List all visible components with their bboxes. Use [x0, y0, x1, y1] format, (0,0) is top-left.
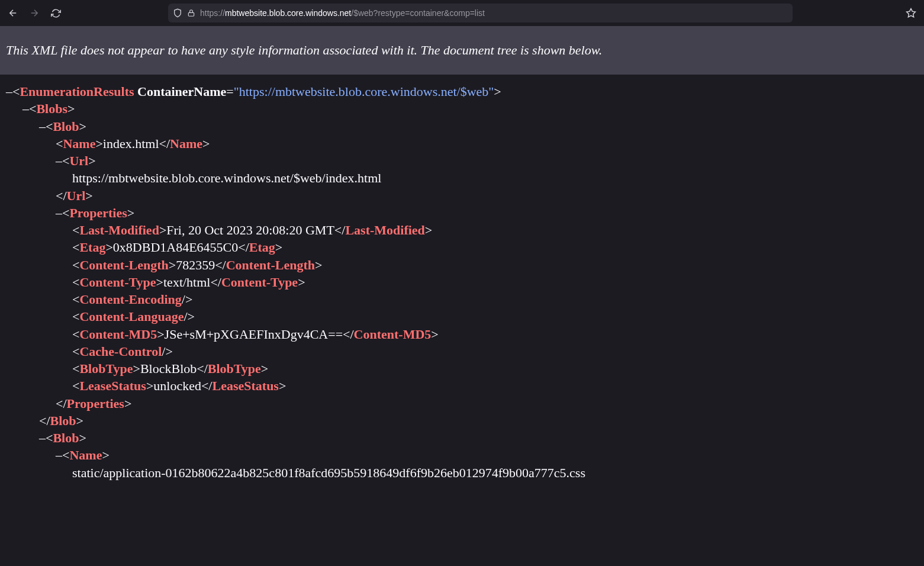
xml-node[interactable]: <Content-MD5>JSe+sM+pXGAEFInxDgv4CA==</C… — [6, 326, 918, 343]
xml-node[interactable]: –<Name> — [6, 446, 918, 464]
url-scheme: https:// — [200, 8, 225, 18]
browser-toolbar: https://mbtwebsite.blob.core.windows.net… — [0, 0, 924, 26]
xml-node[interactable]: <LeaseStatus>unlocked</LeaseStatus> — [6, 377, 918, 394]
xml-node[interactable]: –<Blob> — [6, 429, 918, 446]
url-text: https://mbtwebsite.blob.core.windows.net… — [200, 8, 485, 18]
xml-node[interactable]: –<Blobs> — [6, 100, 918, 117]
xml-node[interactable]: <Content-Length>782359</Content-Length> — [6, 256, 918, 274]
xml-node[interactable]: </Blob> — [6, 412, 918, 429]
url-domain: mbtwebsite.blob.core.windows.net — [225, 8, 351, 18]
xml-node[interactable]: –<Properties> — [6, 204, 918, 221]
xml-node[interactable]: <Cache-Control/> — [6, 343, 918, 360]
xml-tree: –<EnumerationResults ContainerName="http… — [0, 77, 924, 481]
arrow-left-icon — [8, 8, 18, 18]
xml-node[interactable]: –<EnumerationResults ContainerName="http… — [6, 83, 918, 100]
xml-node[interactable]: –<Blob> — [6, 118, 918, 135]
url-path: /$web?restype=container&comp=list — [351, 8, 485, 18]
arrow-right-icon — [29, 8, 40, 18]
xml-node[interactable]: <Last-Modified>Fri, 20 Oct 2023 20:08:20… — [6, 221, 918, 239]
star-icon — [906, 8, 916, 18]
xml-node[interactable]: </Properties> — [6, 395, 918, 412]
svg-rect-0 — [188, 12, 194, 16]
lock-icon — [187, 9, 195, 17]
shield-icon — [173, 8, 182, 18]
xml-banner: This XML file does not appear to have an… — [0, 26, 924, 76]
xml-text: static/application-0162b80622a4b825c801f… — [6, 464, 918, 481]
svg-marker-1 — [907, 9, 916, 17]
reload-button[interactable] — [46, 4, 65, 22]
xml-node[interactable]: </Url> — [6, 187, 918, 204]
forward-button[interactable] — [25, 4, 44, 22]
xml-text: https://mbtwebsite.blob.core.windows.net… — [6, 169, 918, 186]
xml-node[interactable]: <Content-Type>text/html</Content-Type> — [6, 274, 918, 291]
reload-icon — [51, 8, 61, 18]
xml-node[interactable]: <Content-Language/> — [6, 308, 918, 325]
bookmark-button[interactable] — [902, 4, 920, 22]
url-bar[interactable]: https://mbtwebsite.blob.core.windows.net… — [168, 4, 793, 22]
xml-node[interactable]: <BlobType>BlockBlob</BlobType> — [6, 360, 918, 377]
back-button[interactable] — [4, 4, 22, 22]
xml-node[interactable]: <Name>index.html</Name> — [6, 135, 918, 152]
xml-node[interactable]: –<Url> — [6, 152, 918, 169]
xml-node[interactable]: <Etag>0x8DBD1A84E6455C0</Etag> — [6, 239, 918, 256]
xml-node[interactable]: <Content-Encoding/> — [6, 291, 918, 308]
